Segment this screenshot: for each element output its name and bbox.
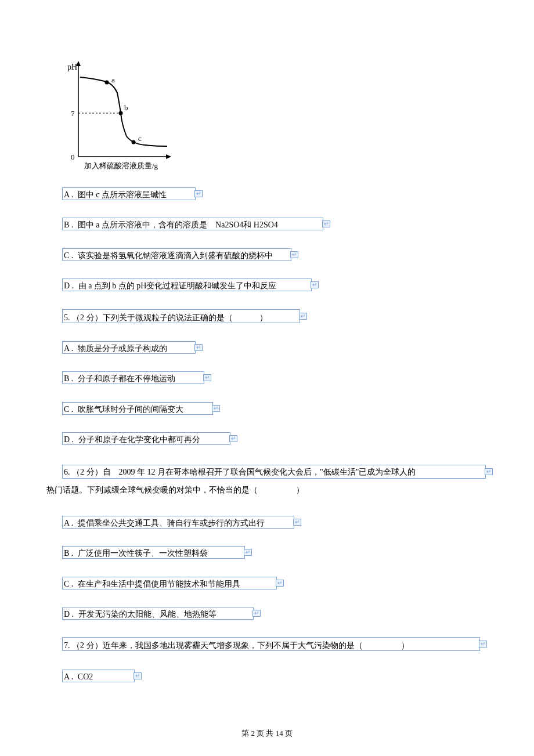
q5-option-b-text: 分子和原子都在不停地运动 xyxy=(78,374,175,383)
q4-option-b: B . 图中 a 点所示溶液中，含有的溶质是 Na2SO4和 H2SO4 ↵ xyxy=(64,219,488,231)
chart-ylabel: pH xyxy=(67,63,77,71)
q5-option-a-text: 物质是分子或原子构成的 xyxy=(78,344,167,353)
q5-option-d-text: 分子和原子在化学变化中都可再分 xyxy=(78,435,200,444)
chart-y-ref: 7 xyxy=(71,109,75,118)
page-footer: 第 2 页 共 14 页 xyxy=(0,728,534,739)
chart-point-a: a xyxy=(111,75,115,84)
q5-option-c-text: 吹胀气球时分子间的间隔变大 xyxy=(78,405,183,414)
q6-option-b: B . 广泛使用一次性筷子、一次性塑料袋 ↵ xyxy=(64,547,488,560)
q4-option-a-text: 图中 c 点所示溶液呈碱性 xyxy=(78,190,167,199)
q6-option-c: C . 在生产和生活中提倡使用节能技术和节能用具 ↵ xyxy=(64,578,488,591)
q4-option-c-text: 该实验是将氢氧化钠溶液逐滴滴入到盛有硫酸的烧杯中 xyxy=(78,251,273,260)
q7-option-a-text: CO2 xyxy=(78,672,93,681)
q6-stem: 6. （2 分）自 2009 年 12 月在哥本哈根召开了联合国气候变化大会后，… xyxy=(46,464,488,500)
q7-option-a: A . CO2 ↵ xyxy=(64,671,488,683)
q6-option-d-text: 开发无污染的太阳能、风能、地热能等 xyxy=(78,610,217,618)
svg-point-5 xyxy=(105,81,109,85)
chart-point-c: c xyxy=(138,134,142,143)
chart-point-b: b xyxy=(124,103,128,112)
q6-option-a: A . 提倡乘坐公共交通工具、骑自行车或步行的方式出行 ↵ xyxy=(64,517,488,530)
q4-option-d-text: 由 a 点到 b 点的 pH变化过程证明酸和碱发生了中和反应 xyxy=(78,281,277,290)
q6-option-c-text: 在生产和生活中提倡使用节能技术和节能用具 xyxy=(78,580,240,588)
q6-option-b-text: 广泛使用一次性筷子、一次性塑料袋 xyxy=(78,549,208,558)
q4-option-a: A . 图中 c 点所示溶液呈碱性 ↵ xyxy=(64,189,488,201)
chart-xlabel: 加入稀硫酸溶液质量/g xyxy=(84,161,158,170)
svg-point-6 xyxy=(119,111,123,115)
q4-option-d: D . 由 a 点到 b 点的 pH变化过程证明酸和碱发生了中和反应 ↵ xyxy=(64,280,488,292)
q4-option-c: C . 该实验是将氢氧化钠溶液逐滴滴入到盛有硫酸的烧杯中 ↵ xyxy=(64,249,488,262)
svg-marker-3 xyxy=(166,154,171,159)
chart-svg: pH 7 0 a b c 加入稀硫酸溶液质量/g xyxy=(64,58,174,174)
q6-option-a-text: 提倡乘坐公共交通工具、骑自行车或步行的方式出行 xyxy=(78,519,265,527)
q5-stem: 5. （2 分）下列关于微观粒子的说法正确的是（） ↵ xyxy=(64,310,488,325)
q5-option-c: C . 吹胀气球时分子间的间隔变大 ↵ xyxy=(64,403,488,416)
svg-point-7 xyxy=(132,140,136,144)
q4-option-b-text: 图中 a 点所示溶液中，含有的溶质是 Na2SO4和 H2SO4 xyxy=(78,220,278,229)
q6-option-d: D . 开发无污染的太阳能、风能、地热能等 ↵ xyxy=(64,608,488,621)
q5-option-a: A . 物质是分子或原子构成的 ↵ xyxy=(64,342,488,355)
chart-origin-label: 0 xyxy=(71,153,75,161)
q5-option-d: D . 分子和原子在化学变化中都可再分 ↵ xyxy=(64,433,488,446)
q5-option-b: B . 分子和原子都在不停地运动 ↵ xyxy=(64,372,488,385)
q7-stem: 7. （2 分）近年来，我国多地出现雾霾天气增多现象，下列不属于大气污染物的是（… xyxy=(64,638,488,653)
chart-ph-curve: pH 7 0 a b c 加入稀硫酸溶液质量/g xyxy=(64,58,488,174)
